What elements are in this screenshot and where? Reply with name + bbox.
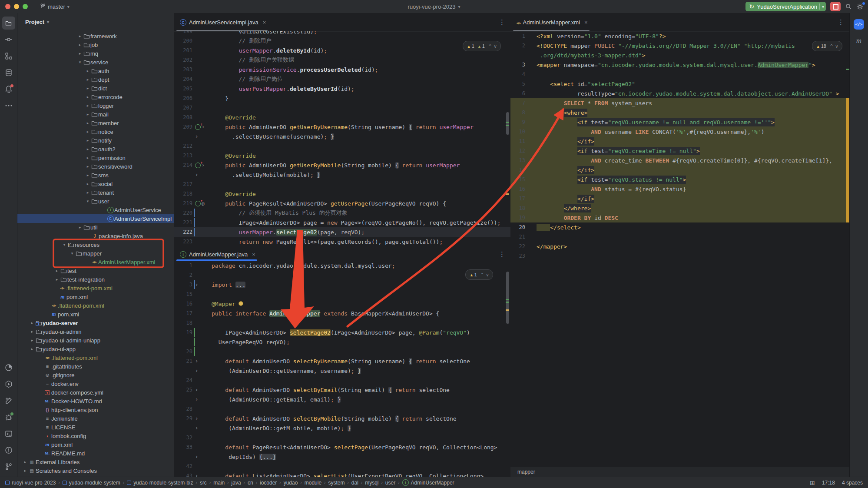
editor-options-kebab-icon[interactable]: ⋮ [838, 18, 844, 26]
settings-button[interactable] [856, 3, 864, 10]
xml-breadcrumb[interactable]: mapper [510, 467, 849, 477]
code-line[interactable]: 42 [174, 461, 510, 471]
tree-chevron-icon[interactable]: ▸ [85, 164, 90, 169]
activity-debug-icon[interactable] [2, 411, 15, 424]
editor-options-kebab-icon[interactable]: ⋮ [499, 18, 505, 26]
code-line[interactable]: 18 </where> [510, 203, 849, 213]
inspection-widget[interactable]: ▲18^ v [812, 41, 842, 51]
tree-item-permission[interactable]: ▸permission [17, 153, 174, 162]
code-line[interactable]: 206 } [174, 93, 510, 103]
tree-chevron-icon[interactable]: ▸ [54, 277, 60, 282]
tab-adminusermapper-xml[interactable]: </>AdminUserMapper.xml× [510, 13, 592, 31]
fold-icon[interactable]: › [195, 172, 199, 178]
tree-chevron-icon[interactable]: ▸ [85, 173, 90, 177]
breadcrumb-item[interactable]: ruoyi-vue-pro-2023 [5, 480, 56, 486]
tree-chevron-icon[interactable]: ▸ [85, 121, 90, 125]
breadcrumb-item[interactable]: yudao [284, 480, 298, 486]
override-gutter-icon[interactable] [195, 163, 201, 168]
tree-chevron-icon[interactable]: ▸ [54, 269, 60, 273]
tree-item-adminusermapper-xml[interactable]: </>AdminUserMapper.xml [17, 258, 174, 266]
tree-item-lombok-config[interactable]: ◗lombok.config [17, 432, 174, 440]
code-line[interactable]: › .selectByUsername(username); } [174, 132, 510, 141]
code-line[interactable]: 222 userMapper.selectPage02(page, reqVO)… [174, 227, 510, 237]
tree-item-package-info-java[interactable]: Jpackage-info.java [17, 232, 174, 240]
override-gutter-icon[interactable] [195, 201, 201, 206]
code-line[interactable]: 200 // 删除用户 [174, 36, 510, 46]
code-line[interactable]: 15 [174, 289, 510, 299]
tree-item-docker-env[interactable]: ≡docker.env [17, 379, 174, 388]
tree-chevron-icon[interactable]: ▾ [70, 251, 75, 256]
tree-item--flattened-pom-xml[interactable]: </>.flattened-pom.xml [17, 353, 174, 362]
activity-more-icon[interactable] [2, 99, 15, 112]
fold-icon[interactable]: › [195, 358, 199, 364]
tree-chevron-icon[interactable]: ▸ [85, 182, 90, 186]
scrollbar-thumb[interactable] [506, 112, 509, 135]
code-line[interactable]: 8 <where> [510, 108, 849, 117]
code-line[interactable]: 22</mapper> [510, 242, 849, 251]
tree-chevron-icon[interactable]: ▸ [85, 77, 90, 82]
code-line[interactable]: 17public interface AdminUserMapper exten… [174, 309, 510, 318]
scrollbar-thumb[interactable] [506, 272, 509, 324]
tree-item-readme-md[interactable]: M↓README.md [17, 449, 174, 458]
code-line[interactable]: › deptIds) {...} [174, 452, 510, 461]
code-line[interactable]: 21 [510, 232, 849, 242]
activity-problems-icon[interactable] [2, 444, 15, 457]
project-panel-header[interactable]: Project ▾ [17, 13, 174, 30]
fold-icon[interactable]: › [195, 415, 199, 422]
code-line[interactable]: 213 @Override [174, 151, 510, 160]
tree-item-pom-xml[interactable]: mpom.xml [17, 310, 174, 319]
tree-chevron-icon[interactable]: ▸ [85, 86, 90, 90]
code-line[interactable]: 4 [510, 70, 849, 79]
inspection-widget[interactable]: ▲1▲1^ v [463, 41, 501, 51]
tree-item--flattened-pom-xml[interactable]: </>.flattened-pom.xml [17, 301, 174, 310]
next-prev-warning-buttons[interactable]: ^ v [481, 272, 489, 277]
ai-assistant-icon[interactable]: </> [854, 19, 864, 30]
code-line[interactable]: 219@ public PageResult<AdminUserDO> getU… [174, 199, 510, 208]
activity-project-icon[interactable] [2, 17, 15, 30]
code-line[interactable]: › .selectByMobile(mobile); } [174, 170, 510, 179]
fold-icon[interactable]: › [195, 387, 199, 393]
code-line[interactable]: 218 @Override [174, 189, 510, 199]
code-line[interactable]: 16@Mapper [174, 299, 510, 309]
tree-item-http-client-env-json[interactable]: {}http-client.env.json [17, 405, 174, 414]
tree-chevron-icon[interactable]: ▸ [85, 129, 90, 134]
code-line[interactable]: .org/dtd/mybatis-3-mapper.dtd"> [510, 50, 849, 60]
tree-item-util[interactable]: ▸util [17, 223, 174, 232]
code-line[interactable]: 28 [174, 404, 510, 414]
maven-tool-window-icon[interactable]: m [856, 37, 861, 45]
code-line[interactable]: 10 AND username LIKE CONCAT('%',#{reqVO.… [510, 127, 849, 136]
tree-item-docker-howto-md[interactable]: M↓Docker-HOWTO.md [17, 397, 174, 405]
breadcrumb-item[interactable]: main [213, 480, 225, 486]
tree-item-dept[interactable]: ▸dept [17, 75, 174, 84]
code-line[interactable]: 20 [174, 347, 510, 356]
tree-item-framework[interactable]: ▸framework [17, 32, 174, 40]
override-gutter-icon[interactable] [195, 124, 201, 130]
tree-chevron-icon[interactable]: ▸ [77, 51, 83, 56]
breadcrumb-item[interactable]: IAdminUserMapper [402, 479, 454, 486]
tree-item-mq[interactable]: ▸mq [17, 49, 174, 58]
next-prev-warning-buttons[interactable]: ^ v [830, 44, 838, 49]
tree-chevron-icon[interactable]: ▸ [85, 112, 90, 116]
stop-button[interactable] [830, 2, 841, 11]
code-line[interactable]: 25› default AdminUserDO selectByEmail(St… [174, 385, 510, 395]
breadcrumb-item[interactable]: yudao-module-system-biz [127, 480, 193, 486]
tree-item-mapper[interactable]: ▾mapper [17, 249, 174, 258]
tree-item-pom-xml[interactable]: mpom.xml [17, 440, 174, 449]
tree-item--gitattributes[interactable]: ≡.gitattributes [17, 362, 174, 371]
code-line[interactable]: 199 validateUserExists(id); [174, 31, 510, 36]
tree-item-pom-xml[interactable]: mpom.xml [17, 292, 174, 301]
tree-item-logger[interactable]: ▸logger [17, 101, 174, 110]
tree-item-mail[interactable]: ▸mail [17, 110, 174, 119]
fold-icon[interactable]: › [195, 473, 199, 477]
tab-adminuserserviceimpl-java[interactable]: CAdminUserServiceImpl.java× [174, 13, 270, 31]
code-area[interactable]: 199 validateUserExists(id);200 // 删除用户20… [174, 31, 510, 248]
breadcrumb-item[interactable]: iocoder [260, 480, 277, 486]
tree-chevron-icon[interactable]: ▸ [30, 338, 35, 342]
tree-item-scratches-and-consoles[interactable]: ▸▤Scratches and Consoles [17, 466, 174, 475]
tree-item-user[interactable]: ▾user [17, 197, 174, 206]
tree-chevron-icon[interactable]: ▸ [77, 225, 83, 229]
tree-item-dict[interactable]: ▸dict [17, 84, 174, 93]
tree-chevron-icon[interactable]: ▸ [30, 329, 35, 334]
tree-chevron-icon[interactable]: ▸ [77, 43, 83, 47]
code-line[interactable]: › (AdminUserDO::getM obile, mobile); } [174, 423, 510, 433]
